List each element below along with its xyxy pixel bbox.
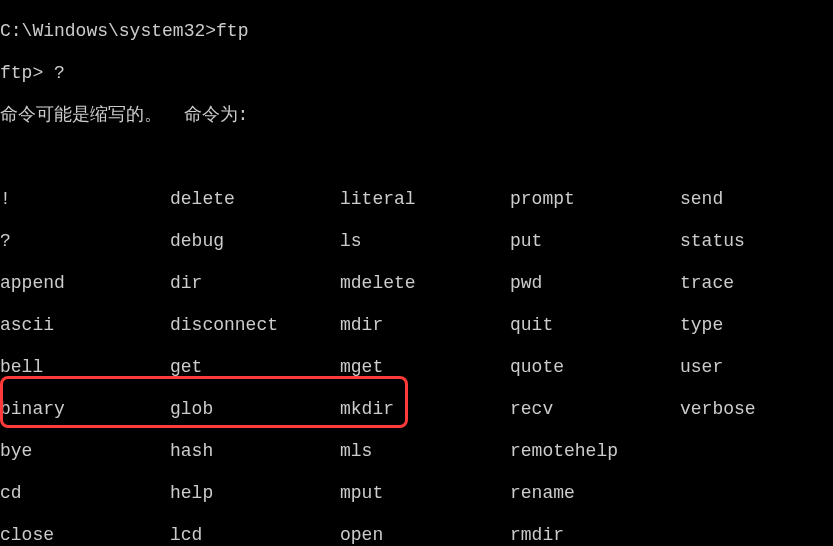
command-row: !deleteliteralpromptsend bbox=[0, 189, 833, 210]
cmd-cell: ls bbox=[340, 231, 510, 252]
command-row: ?debuglsputstatus bbox=[0, 231, 833, 252]
cmd-cell bbox=[680, 483, 833, 504]
cmd-cell: binary bbox=[0, 399, 170, 420]
cmd-cell: lcd bbox=[170, 525, 340, 546]
cmd-cell: bye bbox=[0, 441, 170, 462]
cmd-cell: quote bbox=[510, 357, 680, 378]
cmd-cell: get bbox=[170, 357, 340, 378]
command-row: binaryglobmkdirrecvverbose bbox=[0, 399, 833, 420]
help-header-line: 命令可能是缩写的。 命令为: bbox=[0, 105, 833, 126]
cmd-cell: send bbox=[680, 189, 833, 210]
cmd-cell: open bbox=[340, 525, 510, 546]
cmd-cell: ascii bbox=[0, 315, 170, 336]
cmd-cell: put bbox=[510, 231, 680, 252]
cmd-cell bbox=[680, 441, 833, 462]
cmd-cell: rmdir bbox=[510, 525, 680, 546]
cmd-cell: user bbox=[680, 357, 833, 378]
cmd-cell: pwd bbox=[510, 273, 680, 294]
cmd-cell: prompt bbox=[510, 189, 680, 210]
cmd-cell: glob bbox=[170, 399, 340, 420]
cmd-cell: quit bbox=[510, 315, 680, 336]
cmd-cell: mdelete bbox=[340, 273, 510, 294]
cmd-cell: trace bbox=[680, 273, 833, 294]
cmd-cell: hash bbox=[170, 441, 340, 462]
cmd-cell: disconnect bbox=[170, 315, 340, 336]
cmd-cell: literal bbox=[340, 189, 510, 210]
command-grid: !deleteliteralpromptsend ?debuglsputstat… bbox=[0, 168, 833, 546]
command-row: bellgetmgetquoteuser bbox=[0, 357, 833, 378]
cmd-cell: mkdir bbox=[340, 399, 510, 420]
cmd-cell: close bbox=[0, 525, 170, 546]
cmd-cell: rename bbox=[510, 483, 680, 504]
path-prompt-line: C:\Windows\system32>ftp bbox=[0, 21, 833, 42]
command-row: closelcdopenrmdir bbox=[0, 525, 833, 546]
cmd-cell: mput bbox=[340, 483, 510, 504]
cmd-cell: debug bbox=[170, 231, 340, 252]
cmd-cell bbox=[680, 525, 833, 546]
cmd-cell: cd bbox=[0, 483, 170, 504]
ftp-help-command-line: ftp> ? bbox=[0, 63, 833, 84]
command-row: asciidisconnectmdirquittype bbox=[0, 315, 833, 336]
cmd-cell: remotehelp bbox=[510, 441, 680, 462]
command-row: byehashmlsremotehelp bbox=[0, 441, 833, 462]
cmd-cell: status bbox=[680, 231, 833, 252]
cmd-cell: ? bbox=[0, 231, 170, 252]
cmd-cell: type bbox=[680, 315, 833, 336]
cmd-cell: append bbox=[0, 273, 170, 294]
cmd-cell: dir bbox=[170, 273, 340, 294]
cmd-cell: mls bbox=[340, 441, 510, 462]
cmd-cell: recv bbox=[510, 399, 680, 420]
cmd-cell: help bbox=[170, 483, 340, 504]
command-row: appenddirmdeletepwdtrace bbox=[0, 273, 833, 294]
terminal-output[interactable]: C:\Windows\system32>ftp ftp> ? 命令可能是缩写的。… bbox=[0, 0, 833, 546]
cmd-cell: mdir bbox=[340, 315, 510, 336]
cmd-cell: bell bbox=[0, 357, 170, 378]
cmd-cell: delete bbox=[170, 189, 340, 210]
cmd-cell: verbose bbox=[680, 399, 833, 420]
cmd-cell: ! bbox=[0, 189, 170, 210]
cmd-cell: mget bbox=[340, 357, 510, 378]
command-row: cdhelpmputrename bbox=[0, 483, 833, 504]
